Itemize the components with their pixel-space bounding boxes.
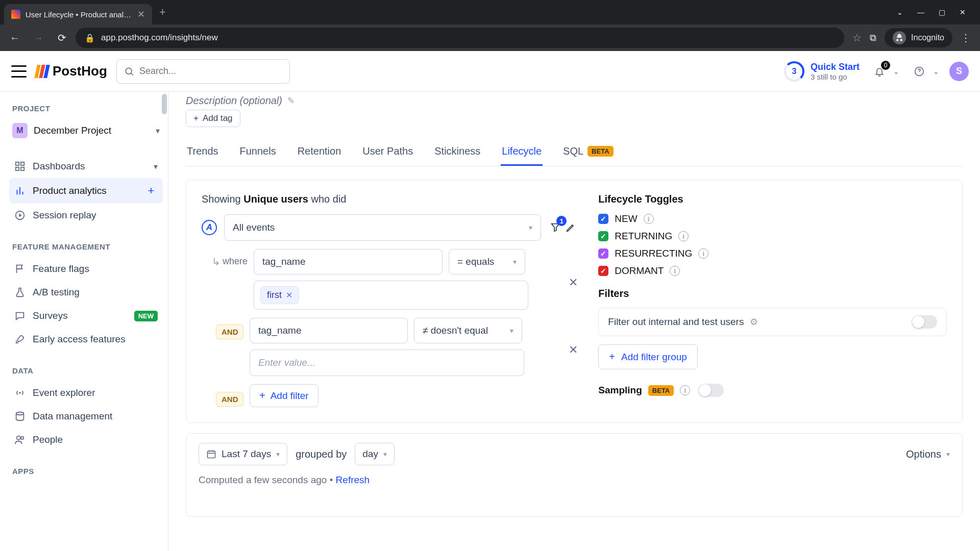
plus-icon: + xyxy=(193,113,199,123)
filters-heading: Filters xyxy=(598,288,947,299)
chevron-down-icon[interactable]: ▾ xyxy=(154,162,158,171)
edit-description-icon[interactable]: ✎ xyxy=(287,95,295,106)
help-caret-icon[interactable]: ⌄ xyxy=(933,67,939,76)
user-avatar[interactable]: S xyxy=(949,62,969,81)
sidebar-item-session-replay[interactable]: Session replay xyxy=(9,204,163,227)
notifications-caret-icon[interactable]: ⌄ xyxy=(893,67,899,76)
tab-retention[interactable]: Retention xyxy=(297,138,342,166)
sidebar-toggle-button[interactable] xyxy=(11,65,27,78)
chrome-menu-icon[interactable]: ⋮ xyxy=(961,32,971,44)
tab-lifecycle[interactable]: Lifecycle xyxy=(501,138,543,166)
chrome-dropdown-icon[interactable]: ⌄ xyxy=(897,8,903,16)
operator-selector[interactable]: = equals ▾ xyxy=(449,249,525,274)
window-maximize-icon[interactable]: ▢ xyxy=(939,8,945,16)
svg-point-14 xyxy=(16,412,24,415)
install-app-icon[interactable]: ⧉ xyxy=(870,33,876,43)
value-input-container[interactable] xyxy=(250,349,524,376)
posthog-logo[interactable]: PostHog xyxy=(36,63,107,79)
filter-out-internal-row: Filter out internal and test users ⚙ xyxy=(598,308,947,336)
sidebar-item-ab-testing[interactable]: A/B testing xyxy=(9,281,163,304)
sidebar-item-early-access[interactable]: Early access features xyxy=(9,328,163,351)
project-selector[interactable]: M December Project ▾ xyxy=(9,119,163,142)
info-icon[interactable]: i xyxy=(644,214,654,224)
property-selector[interactable]: tag_name xyxy=(254,249,443,274)
add-filter-button[interactable]: + Add filter xyxy=(250,384,318,407)
info-icon[interactable]: i xyxy=(680,385,690,395)
tab-close-icon[interactable]: ✕ xyxy=(137,9,145,20)
notifications-button[interactable]: 0 xyxy=(870,62,889,81)
dashboard-icon xyxy=(14,161,26,172)
remove-filter-button[interactable]: ✕ xyxy=(569,270,578,289)
incognito-icon xyxy=(893,31,906,44)
sidebar-item-feature-flags[interactable]: Feature flags xyxy=(9,257,163,281)
options-button[interactable]: Options ▾ xyxy=(906,448,950,460)
edit-series-button[interactable] xyxy=(564,219,578,236)
add-tag-button[interactable]: + Add tag xyxy=(186,110,240,127)
property-selector[interactable]: tag_name xyxy=(250,318,408,343)
checkbox-checked-icon[interactable]: ✓ xyxy=(598,266,608,276)
sidebar-scrollbar[interactable] xyxy=(162,94,167,114)
tab-stickiness[interactable]: Stickiness xyxy=(433,138,481,166)
tab-sql[interactable]: SQL BETA xyxy=(562,138,614,166)
operator-selector[interactable]: ≠ doesn't equal ▾ xyxy=(414,318,522,343)
sidebar-item-data-management[interactable]: Data management xyxy=(9,405,163,428)
filter-funnel-button[interactable]: 1 xyxy=(548,219,562,236)
sidebar-item-label: People xyxy=(33,434,63,445)
sidebar-item-event-explorer[interactable]: Event explorer xyxy=(9,381,163,405)
search-input[interactable] xyxy=(139,66,282,77)
svg-line-1 xyxy=(131,73,133,75)
info-icon[interactable]: i xyxy=(670,266,680,276)
filter-value-input[interactable] xyxy=(258,357,516,368)
window-minimize-icon[interactable]: ― xyxy=(917,8,924,16)
date-range-selector[interactable]: Last 7 days ▾ xyxy=(199,443,287,465)
global-search[interactable] xyxy=(116,59,290,84)
bookmark-star-icon[interactable]: ☆ xyxy=(852,32,862,44)
incognito-indicator[interactable]: Incognito xyxy=(885,28,952,47)
toggle-returning[interactable]: ✓ RETURNING i xyxy=(598,231,947,242)
sidebar-item-people[interactable]: People xyxy=(9,428,163,452)
browser-tab[interactable]: User Lifecycle • Product analytics ✕ xyxy=(4,4,152,24)
description-placeholder[interactable]: Description (optional) xyxy=(186,95,282,107)
tab-funnels[interactable]: Funnels xyxy=(239,138,277,166)
remove-filter-button[interactable]: ✕ xyxy=(569,337,578,357)
svg-marker-12 xyxy=(19,213,22,217)
tab-user-paths[interactable]: User Paths xyxy=(361,138,414,166)
chevron-down-icon: ▾ xyxy=(156,126,160,136)
value-chip: first ✕ xyxy=(260,286,299,304)
sidebar-item-surveys[interactable]: Surveys NEW xyxy=(9,304,163,328)
toggle-resurrecting[interactable]: ✓ RESURRECTING i xyxy=(598,248,947,259)
address-bar[interactable]: 🔒 app.posthog.com/insights/new xyxy=(76,28,844,48)
gear-icon[interactable]: ⚙ xyxy=(750,316,758,328)
sidebar-item-product-analytics[interactable]: Product analytics + xyxy=(9,178,163,204)
info-icon[interactable]: i xyxy=(698,248,708,259)
new-tab-button[interactable]: + xyxy=(159,6,166,19)
sidebar-item-dashboards[interactable]: Dashboards ▾ xyxy=(9,155,163,178)
sampling-toggle[interactable] xyxy=(698,384,724,397)
sidebar-item-label: A/B testing xyxy=(33,287,80,298)
help-button[interactable] xyxy=(910,62,929,81)
filter-out-toggle[interactable] xyxy=(912,315,937,329)
quick-start-count: 3 xyxy=(792,67,797,76)
value-chip-container[interactable]: first ✕ xyxy=(254,281,528,310)
event-selector[interactable]: All events ▾ xyxy=(224,214,541,241)
chat-icon xyxy=(14,310,26,321)
logo-text: PostHog xyxy=(53,63,107,79)
add-filter-group-button[interactable]: + Add filter group xyxy=(598,344,698,369)
chip-remove-icon[interactable]: ✕ xyxy=(286,290,292,300)
new-insight-button[interactable]: + xyxy=(144,184,158,197)
nav-reload-button[interactable]: ⟳ xyxy=(52,28,71,47)
sidebar-item-label: Session replay xyxy=(33,210,96,221)
interval-selector[interactable]: day ▾ xyxy=(355,443,395,465)
checkbox-checked-icon[interactable]: ✓ xyxy=(598,248,608,259)
checkbox-checked-icon[interactable]: ✓ xyxy=(598,231,608,241)
window-close-icon[interactable]: ✕ xyxy=(960,8,966,16)
quick-start-widget[interactable]: 3 Quick Start 3 still to go xyxy=(784,61,860,82)
toggle-new[interactable]: ✓ NEW i xyxy=(598,213,947,224)
tab-trends[interactable]: Trends xyxy=(186,138,219,166)
checkbox-checked-icon[interactable]: ✓ xyxy=(598,214,608,224)
nav-back-button[interactable]: ← xyxy=(5,28,24,47)
toggle-dormant[interactable]: ✓ DORMANT i xyxy=(598,265,947,277)
info-icon[interactable]: i xyxy=(678,231,689,241)
and-operator-chip: AND xyxy=(216,324,243,339)
refresh-link[interactable]: Refresh xyxy=(336,474,370,485)
